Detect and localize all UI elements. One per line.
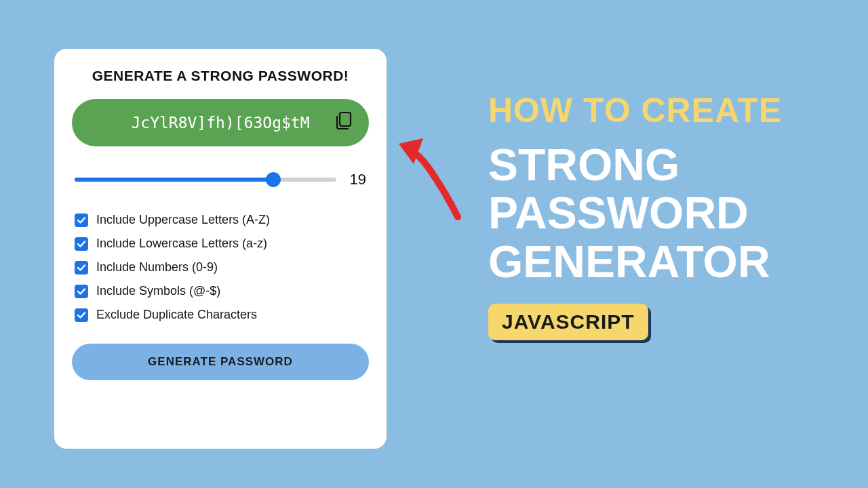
slider-track — [75, 178, 336, 182]
option-label: Include Uppercase Letters (A-Z) — [96, 213, 270, 227]
option-numbers: Include Numbers (0-9) — [75, 260, 366, 274]
checkbox-numbers[interactable] — [75, 261, 88, 274]
slider-thumb[interactable] — [266, 172, 281, 187]
slider-value: 19 — [350, 171, 366, 188]
slider-fill — [75, 178, 273, 182]
option-symbols: Include Symbols (@-$) — [75, 284, 366, 298]
copy-icon[interactable] — [335, 111, 353, 134]
password-display: JcYlR8V]fh)[63Og$tM — [72, 99, 369, 146]
password-generator-card: GENERATE A STRONG PASSWORD! JcYlR8V]fh)[… — [54, 49, 387, 449]
checkbox-uppercase[interactable] — [75, 214, 88, 227]
checkbox-exclude-duplicates[interactable] — [75, 308, 88, 322]
generated-password: JcYlR8V]fh)[63Og$tM — [131, 114, 309, 131]
options-list: Include Uppercase Letters (A-Z) Include … — [72, 213, 369, 322]
headline-line1: HOW TO CREATE — [488, 91, 848, 130]
checkbox-lowercase[interactable] — [75, 237, 88, 251]
card-title: GENERATE A STRONG PASSWORD! — [72, 68, 369, 84]
headline: HOW TO CREATE STRONG PASSWORD GENERATOR … — [488, 91, 848, 340]
length-slider-row: 19 — [72, 171, 369, 188]
badge-text: JAVASCRIPT — [502, 310, 635, 333]
headline-line2: STRONG PASSWORD GENERATOR — [488, 141, 848, 286]
option-uppercase: Include Uppercase Letters (A-Z) — [75, 213, 366, 227]
option-lowercase: Include Lowercase Letters (a-z) — [75, 237, 366, 251]
option-label: Include Symbols (@-$) — [96, 284, 220, 298]
generate-button[interactable]: GENERATE PASSWORD — [72, 344, 369, 380]
length-slider[interactable] — [75, 173, 336, 186]
option-label: Include Lowercase Letters (a-z) — [96, 237, 267, 251]
arrow-icon — [393, 129, 475, 224]
checkbox-symbols[interactable] — [75, 285, 88, 298]
option-exclude-duplicates: Exclude Duplicate Characters — [75, 308, 366, 322]
option-label: Exclude Duplicate Characters — [96, 308, 257, 322]
svg-rect-0 — [340, 113, 351, 126]
tech-badge: JAVASCRIPT — [488, 304, 648, 340]
option-label: Include Numbers (0-9) — [96, 260, 218, 274]
